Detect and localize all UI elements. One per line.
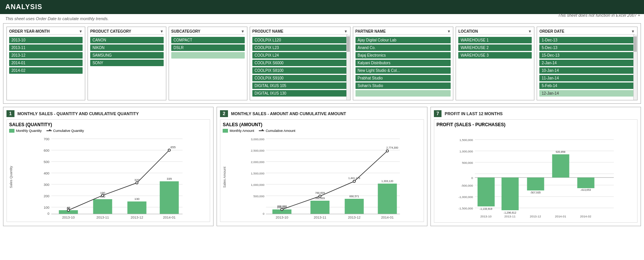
- filter-item-1dec13[interactable]: 1-Dec-13: [539, 37, 635, 43]
- svg-text:2013-12: 2013-12: [530, 215, 541, 218]
- chart1-legend-line-color: [46, 130, 52, 131]
- svg-text:2014-02: 2014-02: [580, 215, 591, 218]
- filter-item-digital-ixus-130[interactable]: DIGITAL IXUS 130: [252, 90, 348, 97]
- filter-icon-subcategory[interactable]: ▼: [241, 29, 245, 33]
- filter-item-partner-empty[interactable]: [355, 90, 451, 97]
- svg-text:500: 500: [44, 160, 49, 164]
- svg-text:2013-11: 2013-11: [96, 216, 109, 219]
- svg-text:1,500,000: 1,500,000: [251, 172, 265, 175]
- filter-item-canon[interactable]: CANON: [90, 37, 164, 43]
- chart2-title-bar: 2 MONTHLY SALES - AMOUNT AND CUMULATIVE …: [220, 110, 424, 117]
- filter-icon-partner-name[interactable]: ▼: [447, 29, 451, 33]
- filter-icon-product-name[interactable]: ▼: [344, 29, 348, 33]
- filter-item-2014-02[interactable]: 2014-02: [9, 67, 83, 74]
- filter-item-10jan14[interactable]: 10-Jan-14: [539, 67, 635, 74]
- chart1-bar-2013-11: [93, 199, 112, 214]
- chart2-cum-point-1: [281, 208, 283, 211]
- chart1-cum-point-3: [136, 182, 138, 184]
- filter-item-samsung[interactable]: SAMSUNG: [90, 52, 164, 59]
- svg-text:1,333,120: 1,333,120: [381, 180, 393, 182]
- chart2-svg: 3,000,000 2,500,000 2,000,000 1,500,000 …: [226, 135, 421, 219]
- filter-section: ORDER YEAR-MONTH ▼ 2013-10 2013-11 2013-…: [3, 23, 641, 104]
- svg-text:2014-01: 2014-01: [555, 215, 566, 218]
- chart1-legend-bar-label: Monthly Quantity: [16, 129, 42, 133]
- svg-text:1,000,000: 1,000,000: [459, 150, 473, 153]
- filter-item-coolpix-l23[interactable]: COOLPIX L23: [252, 44, 348, 51]
- chart2-cum-point-3: [353, 180, 355, 182]
- filter-header-partner-name: PARTNER NAME ▼: [355, 29, 451, 35]
- filter-item-5dec13[interactable]: 5-Dec-13: [539, 44, 635, 51]
- chart7-bar-2013-10: [477, 178, 494, 206]
- filter-item-bajaj[interactable]: Bajaj Electronics: [355, 52, 451, 59]
- chart1-y-label: Sales Quantity: [9, 135, 13, 219]
- filter-header-product-category: PRODUCT CATEGORY ▼: [90, 29, 164, 35]
- filter-item-coolpix-s9100[interactable]: COOLPIX S9100: [252, 75, 348, 81]
- chart7-bar-2014-01: [552, 154, 569, 178]
- filter-item-coolpix-s6000[interactable]: COOLPIX S6000: [252, 60, 348, 66]
- filter-item-warehouse1[interactable]: WAREHOUSE 1: [458, 37, 532, 43]
- chart2-legend-line-label: Cumulative Amount: [266, 129, 295, 133]
- filter-item-prabhat[interactable]: Prabhat Studio: [355, 75, 451, 81]
- filter-item-digital-ixus-105[interactable]: DIGITAL IXUS 105: [252, 82, 348, 89]
- filter-item-coolpix-s8100[interactable]: COOLPIX S8100: [252, 67, 348, 74]
- filter-label-product-name: PRODUCT NAME: [252, 29, 284, 33]
- chart2-bar-2013-11: [311, 201, 330, 214]
- filter-item-2014-01[interactable]: 2014-01: [9, 60, 83, 66]
- svg-text:190: 190: [100, 191, 105, 195]
- filter-icon-location[interactable]: ▼: [528, 29, 532, 33]
- filter-header-subcategory: SUBCATEGORY ▼: [171, 29, 245, 35]
- filter-item-coolpix-l24[interactable]: COOLPIX L24: [252, 52, 348, 59]
- filter-item-sony[interactable]: SONY: [90, 60, 164, 66]
- svg-text:500,000: 500,000: [462, 161, 473, 165]
- chart2-cum-point-4: [386, 150, 389, 152]
- filter-item-anand[interactable]: Anand Co.: [355, 44, 451, 51]
- filter-item-2013-12[interactable]: 2013-12: [9, 52, 83, 59]
- chart2-y-label: Sales Amount: [223, 135, 226, 219]
- filter-item-15dec13[interactable]: 15-Dec-13: [539, 52, 635, 59]
- filter-item-new-light[interactable]: New Light Studio & Col...: [355, 67, 451, 74]
- filter-label-order-date: ORDER DATE: [539, 29, 564, 33]
- svg-text:100: 100: [44, 206, 49, 209]
- filter-item-2013-10[interactable]: 2013-10: [9, 37, 83, 43]
- chart2-main-label: SALES (AMOUNT): [223, 122, 421, 127]
- filter-icon-product-category[interactable]: ▼: [160, 29, 164, 33]
- svg-text:200: 200: [44, 194, 49, 198]
- chart7-inner: 1,500,000 1,000,000 500,000 0 -500,000 -…: [437, 136, 635, 220]
- chart1-number: 1: [6, 110, 14, 117]
- svg-text:2013-11: 2013-11: [314, 216, 326, 219]
- page-title: ANALYSIS: [0, 0, 644, 14]
- svg-text:335: 335: [167, 177, 172, 181]
- filter-icon-order-year-month[interactable]: ▼: [79, 29, 83, 33]
- filter-item-5feb14[interactable]: 5-Feb-14: [539, 82, 635, 89]
- filter-item-compact[interactable]: COMPACT: [171, 37, 245, 43]
- filter-group-order-year-month: ORDER YEAR-MONTH ▼ 2013-10 2013-11 2013-…: [6, 27, 85, 100]
- svg-text:2013-12: 2013-12: [131, 216, 143, 219]
- filter-item-subcategory-empty[interactable]: [171, 52, 245, 59]
- filter-item-dslr[interactable]: DSLR: [171, 44, 245, 51]
- chart2-area: SALES (AMOUNT) Monthly Amount Cumulative…: [220, 119, 424, 222]
- svg-text:2,774,300: 2,774,300: [386, 146, 398, 149]
- chart1-legend-bar-color: [9, 129, 14, 133]
- filter-item-coolpix-l120[interactable]: COOLPIX L120: [252, 37, 348, 43]
- svg-text:2013-10: 2013-10: [276, 216, 288, 219]
- chart1-cum-point-4: [168, 149, 171, 151]
- chart2-bar-2013-12: [345, 199, 364, 214]
- filter-item-ajay[interactable]: Ajay Digital Colour Lab: [355, 37, 451, 43]
- filter-item-2013-11[interactable]: 2013-11: [9, 44, 83, 51]
- filter-item-warehouse2[interactable]: WAREHOUSE 2: [458, 44, 532, 51]
- svg-text:-1,000,000: -1,000,000: [458, 195, 473, 199]
- svg-text:-413,653: -413,653: [580, 189, 591, 191]
- filter-item-sohan[interactable]: Sohan's Studio: [355, 82, 451, 89]
- filter-item-warehouse3[interactable]: WAREHOUSE 3: [458, 52, 532, 59]
- svg-text:300: 300: [44, 183, 49, 187]
- chart2-legend-bar: Monthly Amount: [223, 129, 254, 133]
- chart1-legend-bar: Monthly Quantity: [9, 129, 42, 133]
- filter-item-11jan14[interactable]: 11-Jan-14: [539, 75, 635, 81]
- excel-note: This sheet does not function in Excel 20…: [558, 13, 640, 17]
- chart1-bar-2014-01: [160, 181, 179, 214]
- filter-icon-order-date[interactable]: ▼: [631, 29, 635, 33]
- filter-item-12jan14[interactable]: 12-Jan-14: [539, 90, 635, 97]
- filter-item-nikon[interactable]: NIKON: [90, 44, 164, 51]
- filter-item-2jan14[interactable]: 2-Jan-14: [539, 60, 635, 66]
- filter-item-kalyani[interactable]: Kalyani Distributors: [355, 60, 451, 66]
